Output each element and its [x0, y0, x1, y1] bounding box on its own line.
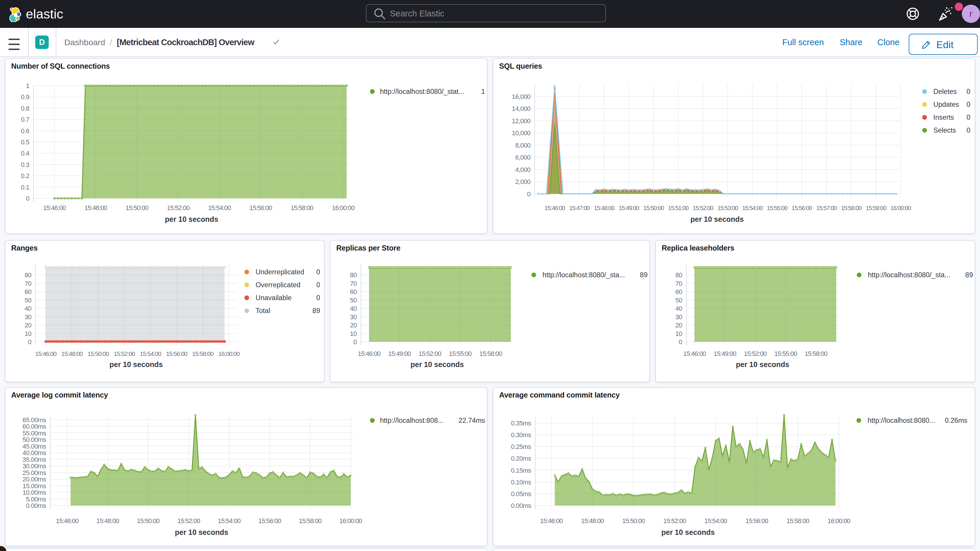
svg-text:30: 30 — [25, 313, 32, 321]
svg-text:0: 0 — [28, 338, 32, 346]
svg-text:60: 60 — [350, 288, 357, 295]
svg-text:60: 60 — [675, 288, 682, 295]
svg-text:15:54:00: 15:54:00 — [705, 517, 727, 525]
svg-text:0: 0 — [527, 190, 530, 198]
svg-text:0.25ms: 0.25ms — [511, 443, 531, 451]
svg-text:40: 40 — [350, 305, 357, 312]
svg-text:Selects: Selects — [933, 126, 956, 134]
svg-text:15:48:00: 15:48:00 — [97, 517, 119, 525]
svg-text:http://localhost:8080/_sta...: http://localhost:8080/_sta... — [542, 271, 625, 279]
svg-text:16:00:00: 16:00:00 — [332, 204, 355, 212]
svg-text:20: 20 — [350, 322, 357, 329]
svg-text:30: 30 — [350, 313, 357, 321]
svg-text:0.9: 0.9 — [21, 93, 29, 100]
svg-text:per 10 seconds: per 10 seconds — [736, 360, 789, 368]
svg-text:30.00ms: 30.00ms — [22, 462, 46, 470]
svg-text:0: 0 — [967, 126, 970, 134]
svg-text:15:46:00: 15:46:00 — [544, 204, 565, 211]
svg-text:15:52:00: 15:52:00 — [167, 204, 190, 212]
svg-text:80: 80 — [675, 271, 682, 279]
svg-text:0: 0 — [316, 294, 320, 302]
svg-text:6,000: 6,000 — [515, 154, 530, 161]
svg-text:55.00ms: 55.00ms — [22, 430, 46, 437]
svg-text:15:46:00: 15:46:00 — [683, 350, 706, 357]
svg-text:Deletes: Deletes — [933, 88, 957, 96]
svg-text:15:52:00: 15:52:00 — [693, 204, 713, 211]
svg-text:50.00ms: 50.00ms — [22, 436, 46, 443]
svg-text:1: 1 — [481, 88, 485, 96]
svg-text:15:55:00: 15:55:00 — [774, 350, 797, 357]
svg-text:0: 0 — [967, 88, 970, 96]
svg-text:per 10 seconds: per 10 seconds — [110, 360, 163, 368]
svg-text:http://localhost:8080/_stat...: http://localhost:8080/_stat... — [380, 88, 464, 96]
svg-text:15:52:00: 15:52:00 — [419, 350, 442, 357]
svg-text:Inserts: Inserts — [933, 113, 954, 121]
svg-text:0: 0 — [967, 100, 970, 108]
svg-text:15:49:00: 15:49:00 — [714, 350, 737, 357]
svg-text:40: 40 — [25, 305, 32, 312]
svg-text:15:54:00: 15:54:00 — [218, 517, 241, 525]
svg-text:20.00ms: 20.00ms — [22, 476, 46, 483]
svg-text:15:52:00: 15:52:00 — [178, 517, 200, 525]
svg-text:50: 50 — [350, 297, 357, 304]
svg-text:15:46:00: 15:46:00 — [540, 517, 563, 525]
svg-text:0: 0 — [679, 338, 682, 346]
svg-text:0.26ms: 0.26ms — [945, 417, 967, 424]
svg-text:60.00ms: 60.00ms — [22, 423, 46, 430]
svg-text:0: 0 — [316, 268, 320, 276]
svg-text:0.3: 0.3 — [21, 161, 29, 169]
svg-text:15:46:00: 15:46:00 — [56, 517, 79, 525]
svg-text:15:48:00: 15:48:00 — [594, 204, 614, 211]
svg-text:0: 0 — [967, 113, 970, 121]
svg-text:16:00:00: 16:00:00 — [339, 517, 363, 525]
svg-text:15:49:00: 15:49:00 — [619, 204, 639, 211]
svg-text:http://localhost:808...: http://localhost:808... — [380, 417, 444, 424]
svg-text:10: 10 — [350, 330, 357, 338]
svg-text:20: 20 — [25, 322, 32, 329]
svg-text:15:51:00: 15:51:00 — [668, 204, 689, 211]
svg-text:15:56:00: 15:56:00 — [250, 204, 272, 212]
svg-text:15:50:00: 15:50:00 — [622, 517, 645, 525]
svg-text:70: 70 — [675, 280, 682, 287]
svg-text:8,000: 8,000 — [515, 142, 530, 149]
svg-text:15:56:00: 15:56:00 — [746, 517, 768, 525]
svg-text:16:00:00: 16:00:00 — [891, 204, 911, 211]
svg-text:per 10 seconds: per 10 seconds — [410, 360, 464, 368]
svg-text:0.1: 0.1 — [21, 184, 29, 191]
svg-text:50: 50 — [25, 297, 32, 304]
svg-text:10,000: 10,000 — [512, 129, 530, 137]
svg-text:15:52:00: 15:52:00 — [744, 350, 767, 357]
svg-text:4,000: 4,000 — [515, 166, 530, 174]
svg-text:15:57:00: 15:57:00 — [816, 204, 837, 211]
svg-text:per 10 seconds: per 10 seconds — [690, 215, 744, 223]
svg-text:15:56:00: 15:56:00 — [258, 517, 282, 525]
svg-text:0.35ms: 0.35ms — [511, 420, 531, 427]
svg-text:15:49:00: 15:49:00 — [388, 350, 411, 357]
svg-text:2,000: 2,000 — [515, 178, 530, 185]
svg-text:15:46:00: 15:46:00 — [358, 350, 381, 357]
svg-text:0: 0 — [316, 281, 320, 289]
svg-text:16,000: 16,000 — [512, 93, 530, 100]
svg-text:0.15ms: 0.15ms — [511, 467, 531, 474]
svg-text:0.30ms: 0.30ms — [511, 431, 531, 439]
svg-text:15:52:00: 15:52:00 — [114, 350, 135, 357]
svg-text:15:55:00: 15:55:00 — [449, 350, 472, 357]
svg-text:0.00ms: 0.00ms — [511, 502, 531, 510]
svg-text:0.05ms: 0.05ms — [511, 490, 531, 498]
svg-text:10.00ms: 10.00ms — [22, 489, 46, 496]
svg-text:60: 60 — [25, 288, 32, 295]
svg-text:0.2: 0.2 — [21, 172, 29, 180]
svg-text:15:54:00: 15:54:00 — [742, 204, 762, 211]
svg-text:15:52:00: 15:52:00 — [663, 517, 686, 525]
svg-text:Updates: Updates — [933, 100, 959, 108]
svg-text:20: 20 — [675, 322, 682, 329]
svg-text:per 10 seconds: per 10 seconds — [661, 528, 715, 536]
svg-text:15:58:00: 15:58:00 — [841, 204, 861, 211]
svg-text:15:53:00: 15:53:00 — [718, 204, 738, 211]
svg-text:15:50:00: 15:50:00 — [88, 350, 109, 357]
svg-text:12,000: 12,000 — [512, 117, 530, 125]
svg-text:0.5: 0.5 — [21, 139, 29, 146]
svg-text:0: 0 — [353, 338, 357, 346]
svg-text:50: 50 — [675, 297, 682, 304]
svg-text:40.00ms: 40.00ms — [22, 449, 46, 457]
